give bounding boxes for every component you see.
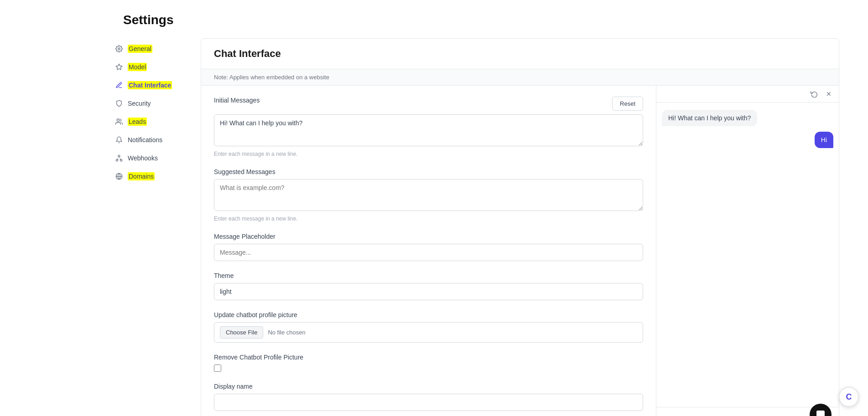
suggested-messages-hint: Enter each message in a new line.: [214, 216, 643, 222]
users-icon: [115, 118, 123, 126]
sidebar: General Model Chat Interface: [109, 38, 201, 416]
initial-messages-hint: Enter each message in a new line.: [214, 151, 643, 157]
file-input-wrapper: Choose File No file chosen: [214, 322, 643, 343]
profile-picture-group: Update chatbot profile picture Choose Fi…: [214, 311, 643, 343]
initial-messages-group: Initial Messages Reset Hi! What can I he…: [214, 97, 643, 157]
form-panel: Initial Messages Reset Hi! What can I he…: [201, 86, 656, 416]
svg-point-2: [117, 119, 119, 121]
message-placeholder-group: Message Placeholder: [214, 233, 643, 261]
sidebar-item-label: Domains: [128, 173, 155, 180]
section-title: Chat Interface: [201, 39, 839, 69]
svg-marker-1: [116, 64, 122, 70]
sidebar-item-domains[interactable]: Domains: [109, 168, 201, 185]
reset-button[interactable]: Reset: [612, 97, 643, 111]
svg-point-4: [116, 159, 118, 161]
initial-messages-row: Initial Messages Reset: [214, 97, 643, 111]
sidebar-item-label: Chat Interface: [128, 82, 172, 89]
gear-icon: [115, 45, 123, 53]
content-area: Initial Messages Reset Hi! What can I he…: [201, 86, 839, 416]
sidebar-item-label: Model: [128, 63, 147, 71]
sidebar-item-general[interactable]: General: [109, 40, 201, 57]
sidebar-item-label: Leads: [128, 118, 147, 125]
sidebar-item-label: General: [128, 45, 152, 52]
sidebar-item-webhooks[interactable]: Webhooks: [109, 149, 201, 167]
theme-label: Theme: [214, 272, 643, 279]
close-icon[interactable]: [824, 89, 833, 98]
bot-message-bubble: Hi! What can I help you with?: [662, 110, 757, 126]
remove-profile-picture-checkbox[interactable]: [214, 365, 221, 372]
display-name-label: Display name: [214, 383, 643, 390]
display-name-group: Display name: [214, 383, 643, 411]
choose-file-button[interactable]: Choose File: [220, 326, 263, 339]
remove-profile-picture-group: Remove Chatbot Profile Picture: [214, 354, 643, 372]
suggested-messages-input[interactable]: [214, 179, 643, 211]
theme-input[interactable]: light: [214, 283, 643, 300]
initial-messages-label: Initial Messages: [214, 97, 260, 104]
chat-preview-panel: Hi! What can I help you with? Hi: [656, 86, 839, 416]
chat-preview-header: [656, 86, 839, 103]
chat-interface-icon: [115, 81, 123, 89]
model-icon: [115, 63, 123, 71]
message-placeholder-input[interactable]: [214, 244, 643, 261]
svg-point-5: [120, 159, 122, 161]
remove-profile-picture-label: Remove Chatbot Profile Picture: [214, 354, 643, 361]
refresh-icon[interactable]: [810, 89, 819, 98]
sidebar-item-leads[interactable]: Leads: [109, 113, 201, 130]
sidebar-item-chat-interface[interactable]: Chat Interface: [109, 77, 201, 94]
page-title: Settings: [0, 0, 868, 38]
profile-picture-label: Update chatbot profile picture: [214, 311, 643, 318]
message-placeholder-label: Message Placeholder: [214, 233, 643, 240]
sidebar-item-security[interactable]: Security: [109, 95, 201, 112]
sidebar-item-notifications[interactable]: Notifications: [109, 131, 201, 149]
initial-messages-input[interactable]: Hi! What can I help you with?: [214, 114, 643, 146]
bell-icon: [115, 136, 123, 144]
note-bar: Note: Applies when embedded on a website: [201, 69, 839, 86]
suggested-messages-group: Suggested Messages Enter each message in…: [214, 168, 643, 222]
sidebar-item-label: Webhooks: [128, 154, 158, 162]
remove-profile-picture-checkbox-wrapper: [214, 365, 643, 372]
webhook-icon: [115, 154, 123, 162]
user-message-bubble: Hi: [815, 132, 833, 148]
display-name-input[interactable]: [214, 394, 643, 411]
file-name-text: No file chosen: [268, 329, 305, 336]
main-content-panel: Chat Interface Note: Applies when embedd…: [201, 38, 839, 416]
shield-icon: [115, 99, 123, 108]
sidebar-item-model[interactable]: Model: [109, 58, 201, 76]
sidebar-item-label: Security: [128, 100, 151, 107]
suggested-messages-label: Suggested Messages: [214, 168, 643, 175]
c-logo: C: [839, 387, 859, 407]
svg-point-0: [118, 48, 120, 50]
theme-group: Theme light: [214, 272, 643, 300]
globe-icon: [115, 172, 123, 180]
sidebar-item-label: Notifications: [128, 136, 162, 144]
chat-messages: Hi! What can I help you with? Hi: [656, 103, 839, 407]
